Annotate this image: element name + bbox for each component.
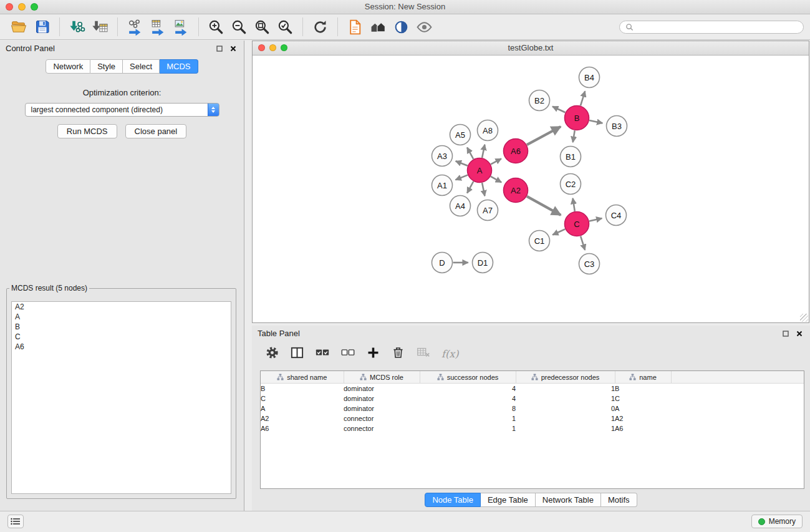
column-header-shared-name[interactable]: shared name [261,371,344,384]
edge-C-C4[interactable] [589,218,602,221]
node-B3[interactable]: B3 [607,116,627,137]
network-window-titlebar[interactable]: testGlobe.txt [253,41,809,56]
mcds-result-item[interactable]: C [12,332,231,342]
edge-A-A1[interactable] [456,175,468,180]
table-cell[interactable]: 1 [516,423,615,433]
node-B4[interactable]: B4 [579,67,600,88]
mcds-result-item[interactable]: B [12,322,231,332]
table-cell[interactable]: dominator [344,384,420,394]
export-table-button[interactable] [147,16,170,37]
node-table-container[interactable]: shared nameMCDS rolesuccessor nodesprede… [260,370,804,489]
mcds-result-list[interactable]: A2ABCA6 [11,301,231,494]
close-table-panel-button[interactable] [794,329,804,339]
node-A3[interactable]: A3 [432,146,453,167]
node-A2[interactable]: A2 [504,178,528,203]
column-header-successor-nodes[interactable]: successor nodes [420,371,516,384]
node-C2[interactable]: C2 [561,174,581,195]
edge-C-C2[interactable] [573,198,575,211]
table-cell[interactable]: A6 [615,423,671,433]
close-panel-action-button[interactable]: Close panel [125,124,187,138]
node-C[interactable]: C [565,212,589,236]
add-column-button[interactable] [366,346,380,362]
table-cell[interactable]: 4 [420,394,516,404]
tab-edge-table[interactable]: Edge Table [481,493,536,507]
table-cell[interactable]: 1 [420,414,516,423]
table-cell[interactable]: dominator [344,394,420,404]
select-all-rows-button[interactable] [315,345,330,362]
run-mcds-button[interactable]: Run MCDS [57,124,117,138]
edge-C-C1[interactable] [552,229,565,235]
node-A1[interactable]: A1 [432,175,453,196]
edge-C-C3[interactable] [581,236,585,250]
edge-A-A3[interactable] [456,161,468,165]
node-D1[interactable]: D1 [473,253,493,273]
tab-mcds[interactable]: MCDS [160,59,198,74]
save-session-button[interactable] [31,16,54,37]
table-cell[interactable]: 1 [516,414,615,423]
table-row[interactable]: Adominator80A [261,404,804,414]
table-cell[interactable]: 4 [420,384,516,394]
open-session-button[interactable] [7,16,31,37]
edge-A-A7[interactable] [482,183,485,196]
table-settings-button[interactable] [265,346,279,362]
node-A[interactable]: A [468,158,492,183]
table-row[interactable]: A6connector11A6 [261,423,804,433]
table-cell[interactable]: A2 [261,414,344,423]
search-input[interactable] [637,22,798,32]
table-cell[interactable]: B [615,384,671,394]
table-row[interactable]: A2connector11A2 [261,414,804,423]
edge-B-B4[interactable] [581,91,585,105]
edge-A-A2[interactable] [491,177,501,182]
edge-B-B3[interactable] [589,120,602,123]
edge-B-B1[interactable] [573,130,575,142]
table-cell[interactable]: B [261,384,344,394]
table-cell[interactable]: C [615,394,671,404]
deselect-all-rows-button[interactable] [340,345,355,362]
export-image-button[interactable] [170,16,193,37]
table-cell[interactable]: 1 [516,394,615,404]
node-D[interactable]: D [432,253,453,273]
node-C1[interactable]: C1 [529,231,550,251]
node-B2[interactable]: B2 [529,90,550,111]
network-graph[interactable]: B4B2BB3A8A5A6A3B1AC2A1A2A4A7C4CC1DD1C3 [253,56,809,323]
node-A8[interactable]: A8 [478,120,498,141]
style-contrast-button[interactable] [390,16,413,37]
table-cell[interactable]: connector [344,414,420,423]
edge-A6-B[interactable] [527,127,561,145]
edge-A-A5[interactable] [467,147,473,159]
node-C3[interactable]: C3 [579,254,600,274]
network-document-button[interactable] [344,16,367,37]
table-cell[interactable]: connector [344,423,420,433]
table-cell[interactable]: 1 [420,423,516,433]
tab-node-table[interactable]: Node Table [425,493,481,507]
show-columns-button[interactable] [290,346,304,362]
table-cell[interactable]: A6 [261,423,344,433]
tab-style[interactable]: Style [90,59,123,74]
network-canvas[interactable]: B4B2BB3A8A5A6A3B1AC2A1A2A4A7C4CC1DD1C3 [253,56,809,322]
memory-button[interactable]: Memory [751,515,803,528]
resize-grip[interactable] [800,314,808,322]
edge-A2-C[interactable] [527,196,561,215]
criterion-dropdown[interactable]: largest connected component (directed) [25,103,219,117]
table-cell[interactable]: 8 [420,404,516,414]
edge-A-A6[interactable] [491,158,501,164]
import-table-button[interactable] [89,16,112,37]
mcds-result-item[interactable]: A6 [12,342,231,352]
home-view-button[interactable] [367,16,390,37]
show-hide-button[interactable] [413,16,436,37]
export-network-button[interactable] [123,16,147,37]
zoom-out-button[interactable] [228,16,251,37]
node-B1[interactable]: B1 [561,147,581,167]
zoom-fit-button[interactable] [251,16,274,37]
table-row[interactable]: Bdominator41B [261,384,804,394]
close-panel-button[interactable] [228,44,238,54]
tab-select[interactable]: Select [123,59,160,74]
node-A7[interactable]: A7 [478,200,498,221]
edge-A-A8[interactable] [482,145,485,158]
table-cell[interactable]: 1 [516,384,615,394]
node-A5[interactable]: A5 [450,125,471,145]
column-header-predecessor-nodes[interactable]: predecessor nodes [516,371,615,384]
zoom-in-button[interactable] [205,16,228,37]
import-network-button[interactable] [65,16,89,37]
toolbar-search[interactable] [619,21,804,34]
